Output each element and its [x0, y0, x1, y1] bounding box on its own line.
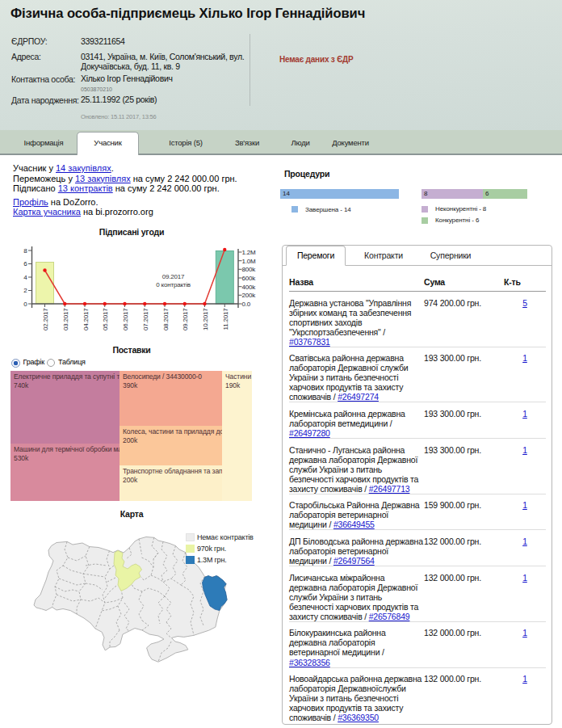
svg-text:05.2017: 05.2017 — [102, 308, 109, 330]
svg-text:600k: 600k — [242, 275, 257, 282]
svg-text:03.2017: 03.2017 — [62, 308, 69, 330]
svg-text:10.2017: 10.2017 — [202, 308, 209, 330]
svg-text:0: 0 — [23, 301, 27, 308]
svg-text:11.2017: 11.2017 — [222, 308, 229, 330]
svg-text:09.2017: 09.2017 — [162, 273, 185, 280]
svg-text:0.0: 0.0 — [242, 301, 251, 308]
svg-text:07.2017: 07.2017 — [142, 308, 149, 330]
svg-text:1.0M: 1.0M — [242, 258, 257, 265]
svg-text:06.2017: 06.2017 — [122, 308, 129, 330]
svg-text:04.2017: 04.2017 — [82, 308, 90, 330]
svg-text:800k: 800k — [242, 266, 257, 273]
svg-text:2: 2 — [23, 287, 27, 294]
svg-text:8: 8 — [23, 247, 27, 255]
svg-text:0 контрактів: 0 контрактів — [156, 281, 191, 288]
svg-text:4: 4 — [23, 274, 27, 281]
svg-text:200k: 200k — [242, 292, 257, 299]
svg-text:08.2017: 08.2017 — [162, 308, 170, 330]
svg-text:09.2017: 09.2017 — [182, 308, 189, 330]
svg-text:1.2M: 1.2M — [242, 249, 257, 256]
svg-text:02.2017: 02.2017 — [42, 308, 49, 330]
svg-text:6: 6 — [23, 260, 27, 267]
svg-text:400k: 400k — [242, 284, 257, 291]
